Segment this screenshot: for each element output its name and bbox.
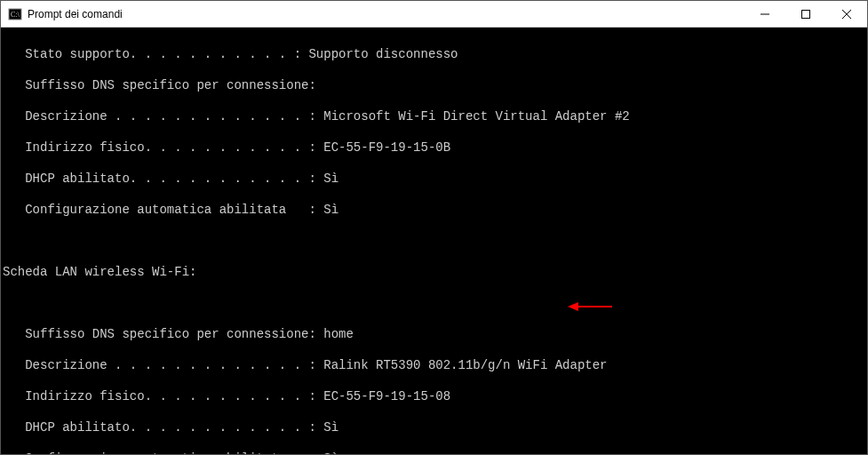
output-line: Descrizione . . . . . . . . . . . . . : …: [3, 109, 865, 125]
blank-line: [3, 234, 865, 250]
output-line: Suffisso DNS specifico per connessione: …: [3, 327, 865, 343]
svg-rect-3: [802, 10, 810, 18]
output-line: Stato supporto. . . . . . . . . . . : Su…: [3, 47, 865, 63]
blank-line: [3, 296, 865, 312]
close-button[interactable]: [826, 1, 867, 27]
cmd-icon: C:\: [8, 7, 22, 21]
output-line: DHCP abilitato. . . . . . . . . . . . : …: [3, 420, 865, 436]
command-prompt-window: C:\ Prompt dei comandi Stato supporto. .…: [0, 0, 868, 455]
svg-text:C:\: C:\: [11, 11, 20, 19]
minimize-button[interactable]: [745, 1, 785, 27]
window-controls: [745, 1, 867, 27]
section-header: Scheda LAN wireless Wi-Fi:: [3, 265, 865, 281]
output-line: Suffisso DNS specifico per connessione:: [3, 78, 865, 94]
maximize-button[interactable]: [785, 1, 826, 27]
output-line: Indirizzo fisico. . . . . . . . . . . : …: [3, 140, 865, 156]
window-title: Prompt dei comandi: [28, 8, 745, 20]
output-line: Descrizione . . . . . . . . . . . . . : …: [3, 358, 865, 374]
terminal-output[interactable]: Stato supporto. . . . . . . . . . . : Su…: [1, 28, 867, 454]
titlebar[interactable]: C:\ Prompt dei comandi: [1, 1, 867, 28]
output-line: Configurazione automatica abilitata : Sì: [3, 451, 865, 455]
output-line: DHCP abilitato. . . . . . . . . . . . : …: [3, 172, 865, 188]
output-line: Configurazione automatica abilitata : Sì: [3, 203, 865, 219]
output-line: Indirizzo fisico. . . . . . . . . . . : …: [3, 389, 865, 405]
